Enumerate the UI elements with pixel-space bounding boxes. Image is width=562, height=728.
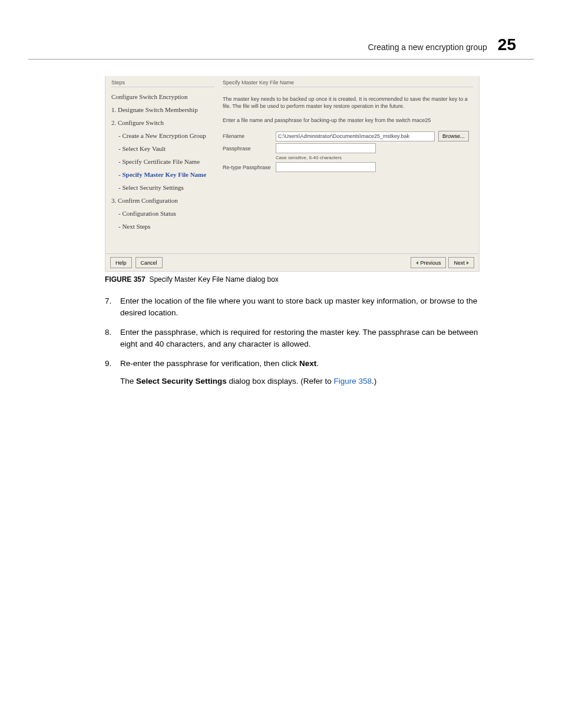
step-9-sub-b: dialog box displays. (Refer to bbox=[227, 377, 334, 386]
wizard-dialog: Steps Configure Switch Encryption 1. Des… bbox=[105, 76, 480, 272]
step-config-status: - Configuration Status bbox=[111, 210, 214, 217]
passphrase-input[interactable] bbox=[276, 143, 376, 153]
previous-button[interactable]: Previous bbox=[411, 257, 446, 268]
retype-passphrase-input[interactable] bbox=[276, 162, 376, 172]
step-next-steps: - Next Steps bbox=[111, 223, 214, 230]
step-confirm-config: 3. Confirm Configuration bbox=[111, 197, 214, 204]
passphrase-hint: Case sensitive, 8-40 characters bbox=[276, 155, 473, 160]
step-7-text: Enter the location of the file where you… bbox=[120, 295, 487, 318]
step-9-text-a: Re-enter the passphrase for verification… bbox=[120, 359, 299, 368]
step-7: 7. Enter the location of the file where … bbox=[105, 295, 487, 318]
step-9-sub-bold: Select Security Settings bbox=[136, 377, 227, 386]
passphrase-label: Passphrase bbox=[223, 146, 276, 151]
step-select-security: - Select Security Settings bbox=[111, 184, 214, 191]
help-button[interactable]: Help bbox=[110, 257, 132, 268]
next-label: Next bbox=[454, 260, 465, 266]
step-9-next: Next bbox=[299, 359, 316, 368]
triangle-left-icon bbox=[416, 261, 418, 265]
header-title: Creating a new encryption group bbox=[368, 42, 487, 52]
next-button[interactable]: Next bbox=[448, 257, 474, 268]
retype-passphrase-label: Re-type Passphrase bbox=[223, 164, 276, 170]
step-8-number: 8. bbox=[105, 327, 120, 350]
panel-description-1: The master key needs to be backed up onc… bbox=[223, 95, 473, 110]
cancel-button[interactable]: Cancel bbox=[135, 257, 163, 268]
triangle-right-icon bbox=[467, 261, 469, 265]
step-configure-switch-encryption: Configure Switch Encryption bbox=[111, 93, 214, 100]
step-9-sub-c: .) bbox=[372, 377, 376, 386]
figure-caption: FIGURE 357 Specify Master Key File Name … bbox=[105, 275, 534, 284]
step-specify-cert-file: - Specify Certificate File Name bbox=[111, 158, 214, 165]
filename-input[interactable] bbox=[276, 131, 435, 141]
step-9-sub-a: The bbox=[120, 377, 136, 386]
steps-heading: Steps bbox=[111, 80, 214, 87]
dialog-footer: Help Cancel Previous Next bbox=[105, 253, 479, 271]
figure-358-link[interactable]: Figure 358 bbox=[333, 377, 372, 386]
step-select-key-vault: - Select Key Vault bbox=[111, 145, 214, 152]
browse-button[interactable]: Browse... bbox=[438, 131, 469, 141]
panel-title: Specify Master Key File Name bbox=[223, 80, 473, 87]
panel-content: Specify Master Key File Name The master … bbox=[223, 80, 473, 236]
step-9: 9. Re-enter the passphrase for verificat… bbox=[105, 358, 487, 387]
chapter-number: 25 bbox=[498, 35, 516, 54]
page-header: Creating a new encryption group 25 bbox=[28, 35, 534, 60]
previous-label: Previous bbox=[420, 260, 441, 266]
step-create-group: - Create a New Encryption Group bbox=[111, 132, 214, 139]
figure-number: FIGURE 357 bbox=[105, 275, 146, 284]
step-configure-switch: 2. Configure Switch bbox=[111, 119, 214, 126]
step-8-text: Enter the passphrase, which is required … bbox=[120, 327, 487, 350]
step-7-number: 7. bbox=[105, 295, 120, 318]
figure-text: Specify Master Key File Name dialog box bbox=[149, 275, 278, 284]
step-specify-master-key: - Specify Master Key File Name bbox=[111, 171, 214, 178]
filename-label: Filename bbox=[223, 133, 276, 139]
steps-sidebar: Steps Configure Switch Encryption 1. Des… bbox=[111, 80, 214, 236]
step-8: 8. Enter the passphrase, which is requir… bbox=[105, 327, 487, 350]
step-9-number: 9. bbox=[105, 358, 120, 387]
step-designate-membership: 1. Designate Switch Membership bbox=[111, 106, 214, 113]
panel-description-2: Enter a file name and passphrase for bac… bbox=[223, 117, 473, 124]
step-9-text-b: . bbox=[316, 359, 319, 368]
